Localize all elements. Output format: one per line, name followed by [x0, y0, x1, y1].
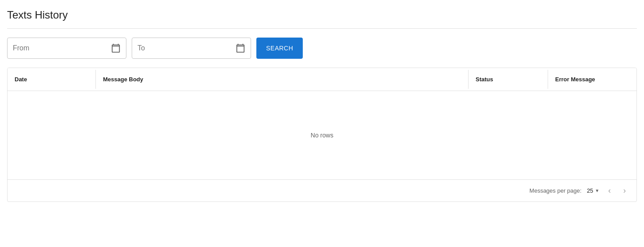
- to-calendar-icon[interactable]: [236, 43, 245, 53]
- from-date-wrapper[interactable]: [7, 38, 126, 59]
- search-button[interactable]: SEARCH: [256, 38, 303, 59]
- to-date-input[interactable]: [137, 44, 236, 52]
- no-rows-message: No rows: [311, 132, 333, 139]
- from-calendar-icon[interactable]: [111, 43, 121, 53]
- column-header-status: Status: [469, 70, 548, 89]
- title-divider: [7, 28, 637, 29]
- table-body: No rows: [8, 91, 636, 179]
- column-header-message-body: Message Body: [96, 70, 469, 89]
- page-title: Texts History: [7, 9, 637, 21]
- texts-history-table: Date Message Body Status Error Message N…: [7, 68, 637, 202]
- to-date-wrapper[interactable]: [132, 38, 251, 59]
- per-page-dropdown-icon: ▼: [595, 188, 599, 193]
- table-footer: Messages per page: 25 ▼ ‹ ›: [8, 179, 636, 201]
- from-date-input[interactable]: [13, 44, 111, 52]
- next-page-button[interactable]: ›: [620, 184, 629, 197]
- prev-page-button[interactable]: ‹: [605, 184, 614, 197]
- column-header-date: Date: [8, 70, 96, 89]
- per-page-value: 25: [587, 187, 593, 194]
- column-header-error-message: Error Message: [548, 70, 636, 89]
- per-page-label: Messages per page:: [530, 187, 582, 194]
- table-header: Date Message Body Status Error Message: [8, 68, 636, 91]
- per-page-select[interactable]: 25 ▼: [587, 187, 599, 194]
- filter-row: SEARCH: [7, 38, 637, 59]
